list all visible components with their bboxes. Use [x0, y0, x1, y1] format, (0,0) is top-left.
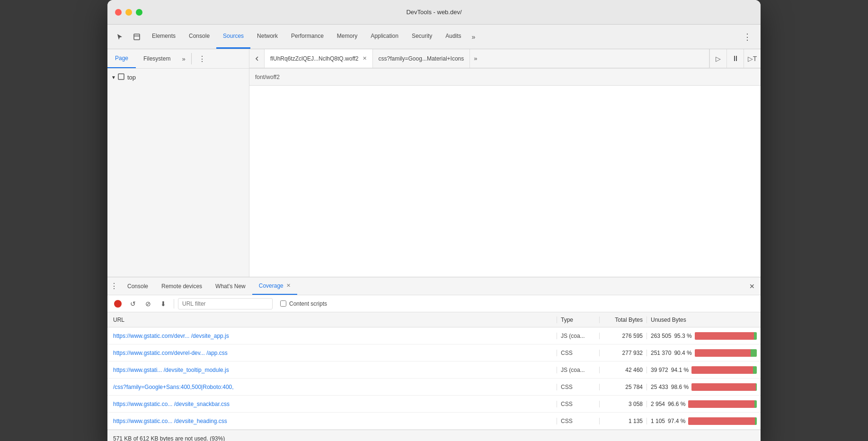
tab-application[interactable]: Application — [364, 25, 405, 49]
usage-bar — [691, 383, 757, 391]
bottom-drawer: ⋮ Console Remote devices What's New Cove… — [107, 277, 761, 441]
devtools-window: DevTools - web.dev/ Elements Console Sou… — [107, 0, 761, 441]
close-button[interactable] — [115, 9, 122, 16]
clear-button[interactable]: ⊘ — [142, 297, 155, 310]
drawer-tab-console[interactable]: Console — [121, 277, 155, 295]
col-header-url[interactable]: URL — [107, 317, 557, 323]
content-scripts-label[interactable]: Content scripts — [280, 300, 327, 307]
usage-bar — [688, 400, 757, 408]
pause-button[interactable]: ⏸ — [726, 49, 744, 68]
frame-icon — [118, 73, 124, 81]
file-tab-css-icons[interactable]: css?family=Goog...Material+Icons — [373, 49, 470, 68]
cell-url: https://www.gstatic.com/devrel-dev... /a… — [107, 350, 557, 356]
tab-elements[interactable]: Elements — [145, 25, 182, 49]
url-filter-input[interactable] — [178, 298, 273, 309]
traffic-lights — [115, 9, 142, 16]
col-header-type[interactable]: Type — [557, 317, 600, 323]
tab-network[interactable]: Network — [250, 25, 284, 49]
devtools-menu-button[interactable]: ⋮ — [738, 25, 757, 49]
cell-total: 25 784 — [600, 384, 647, 390]
cell-total: 277 932 — [600, 350, 647, 356]
unused-bar — [688, 400, 754, 408]
used-bar — [756, 383, 757, 391]
export-button[interactable]: ⬇ — [157, 297, 170, 310]
window-title: DevTools - web.dev/ — [406, 9, 461, 16]
col-header-unused[interactable]: Unused Bytes — [647, 317, 761, 323]
sources-kebab-button[interactable]: ⋮ — [194, 54, 211, 63]
reload-button[interactable]: ↺ — [126, 297, 140, 310]
breadcrumb: font/woff2 — [249, 69, 761, 86]
maximize-button[interactable] — [136, 9, 142, 16]
file-content — [249, 86, 761, 277]
more-tabs-button[interactable]: » — [468, 25, 479, 49]
table-row[interactable]: https://www.gstati... /devsite_tooltip_m… — [107, 362, 761, 379]
cell-type: JS (coa... — [557, 367, 600, 373]
col-header-total[interactable]: Total Bytes — [600, 317, 647, 323]
used-bar — [754, 400, 757, 408]
tab-memory[interactable]: Memory — [330, 25, 364, 49]
coverage-table: URL Type Total Bytes Unused Bytes https:… — [107, 312, 761, 430]
cell-unused: 39 972 94.1 % — [647, 366, 761, 374]
table-row[interactable]: https://www.gstatic.com/devr... /devsite… — [107, 327, 761, 344]
tab-audits[interactable]: Audits — [439, 25, 468, 49]
cell-unused: 1 105 97.4 % — [647, 417, 761, 425]
file-tab-woff2[interactable]: flUhRq6tzZclQEJ...NclhQ8tQ.woff2 ✕ — [265, 49, 373, 68]
title-bar: DevTools - web.dev/ — [107, 0, 761, 25]
table-row[interactable]: https://www.gstatic.com/devrel-dev... /a… — [107, 344, 761, 362]
drawer-kebab-button[interactable]: ⋮ — [107, 282, 121, 291]
unused-bar — [691, 383, 756, 391]
cell-total: 42 460 — [600, 367, 647, 373]
status-bar: 571 KB of 612 KB bytes are not used. (93… — [107, 430, 761, 441]
expand-arrow-icon: ▼ — [111, 75, 116, 80]
tab-security[interactable]: Security — [405, 25, 439, 49]
cell-total: 276 595 — [600, 333, 647, 339]
expand-right-icon[interactable]: ▷T — [744, 49, 761, 68]
used-bar — [751, 349, 757, 357]
cell-url: /css?family=Google+Sans:400,500|Roboto:4… — [107, 384, 557, 390]
record-button[interactable] — [111, 297, 124, 310]
table-row[interactable]: /css?family=Google+Sans:400,500|Roboto:4… — [107, 379, 761, 396]
run-button[interactable]: ▷ — [709, 49, 726, 68]
close-file-tab-woff2[interactable]: ✕ — [363, 55, 367, 62]
cell-url: https://www.gstati... /devsite_tooltip_m… — [107, 367, 557, 373]
coverage-toolbar: ↺ ⊘ ⬇ Content scripts — [107, 295, 761, 312]
cell-url: https://www.gstatic.co... /devsite_headi… — [107, 418, 557, 424]
tab-filesystem[interactable]: Filesystem — [136, 49, 178, 68]
tab-console[interactable]: Console — [182, 25, 216, 49]
usage-bar — [688, 417, 757, 425]
cursor-icon[interactable] — [111, 25, 128, 49]
source-content-area: font/woff2 — [249, 69, 761, 277]
cell-unused: 263 505 95.3 % — [647, 332, 761, 340]
drawer-tab-whats-new[interactable]: What's New — [209, 277, 252, 295]
cell-total: 3 058 — [600, 401, 647, 407]
sources-subtab-bar: Page Filesystem » ⋮ — [107, 49, 249, 68]
minimize-button[interactable] — [125, 9, 132, 16]
tab-page[interactable]: Page — [107, 49, 136, 68]
inspector-icon[interactable] — [128, 25, 145, 49]
unused-bar — [695, 332, 754, 340]
file-back-button[interactable] — [249, 49, 265, 68]
devtools-tab-bar: Elements Console Sources Network Perform… — [107, 25, 761, 49]
close-drawer-button[interactable]: ✕ — [744, 277, 761, 295]
tab-sources[interactable]: Sources — [216, 25, 250, 49]
tab-performance[interactable]: Performance — [284, 25, 330, 49]
cell-type: CSS — [557, 384, 600, 390]
file-tabs-more-button[interactable]: » — [470, 49, 481, 68]
table-header-row: URL Type Total Bytes Unused Bytes — [107, 312, 761, 327]
table-row[interactable]: https://www.gstatic.co... /devsite_headi… — [107, 413, 761, 430]
close-coverage-tab[interactable]: ✕ — [286, 282, 291, 289]
cell-type: CSS — [557, 418, 600, 424]
cell-type: CSS — [557, 350, 600, 356]
unused-bar — [691, 366, 753, 374]
sidebar-top-item[interactable]: ▼ top — [107, 69, 249, 86]
table-row[interactable]: https://www.gstatic.co... /devsite_snack… — [107, 396, 761, 413]
content-scripts-checkbox[interactable] — [280, 300, 286, 307]
sources-more-button[interactable]: » — [178, 55, 189, 62]
cell-url: https://www.gstatic.co... /devsite_snack… — [107, 401, 557, 407]
drawer-tab-remote-devices[interactable]: Remote devices — [155, 277, 209, 295]
separator — [174, 299, 174, 309]
sources-row: Page Filesystem » ⋮ flUhRq6tzZclQEJ...Nc… — [107, 49, 761, 69]
drawer-tab-coverage[interactable]: Coverage ✕ — [252, 277, 297, 295]
right-controls: ▷ ⏸ ▷T — [709, 49, 761, 68]
cell-url: https://www.gstatic.com/devr... /devsite… — [107, 333, 557, 339]
